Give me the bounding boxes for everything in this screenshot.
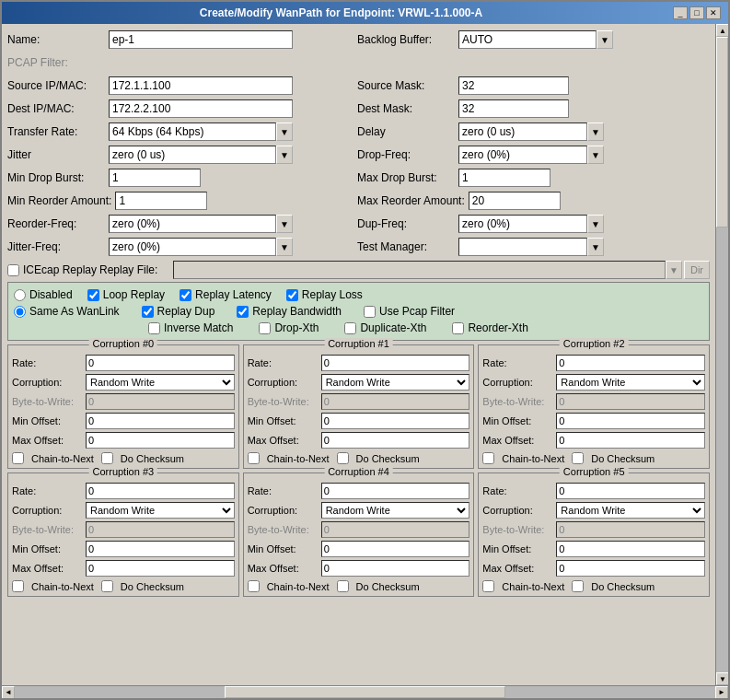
corr1-maxoffset-input[interactable] <box>321 432 470 449</box>
corr3-chain-checkbox[interactable] <box>12 580 24 592</box>
corr0-chain-checkbox[interactable] <box>12 452 24 464</box>
drop-freq-dropdown-btn[interactable]: ▼ <box>587 146 604 164</box>
min-drop-input[interactable] <box>109 169 201 187</box>
corr1-rate-input[interactable] <box>321 355 470 371</box>
corr5-chain-checkbox[interactable] <box>482 580 494 592</box>
jitter-freq-dropdown-btn[interactable]: ▼ <box>276 238 293 256</box>
source-ip-input[interactable] <box>109 76 293 95</box>
scroll-track[interactable] <box>716 37 728 672</box>
test-manager-input[interactable] <box>458 238 587 256</box>
corr3-minoffset-input[interactable] <box>86 541 235 557</box>
corr3-rate-input[interactable] <box>86 483 235 499</box>
jitter-dropdown-btn[interactable]: ▼ <box>276 146 293 164</box>
corr0-corruption-select[interactable]: Random Write <box>86 374 235 391</box>
corr5-rate-input[interactable] <box>556 483 705 499</box>
reorder-freq-input[interactable] <box>109 215 276 233</box>
corr4-chain-label: Chain-to-Next <box>267 581 330 592</box>
replay-file-dropdown-btn[interactable]: ▼ <box>666 261 682 279</box>
replay-latency-checkbox[interactable] <box>180 289 191 301</box>
scroll-left-btn[interactable]: ◄ <box>2 686 15 699</box>
corr4-checksum-checkbox[interactable] <box>337 580 349 592</box>
max-reorder-input[interactable] <box>469 192 561 210</box>
corr3-maxoffset-input[interactable] <box>86 560 235 577</box>
loop-replay-checkbox[interactable] <box>87 289 99 301</box>
corr2-minoffset-input[interactable] <box>556 413 705 429</box>
corr1-minoffset-input[interactable] <box>321 413 470 429</box>
disabled-radio[interactable] <box>14 289 26 301</box>
backlog-dropdown-btn[interactable]: ▼ <box>597 30 613 49</box>
reorder-freq-dropdown-btn[interactable]: ▼ <box>276 215 293 233</box>
dest-ip-input[interactable] <box>109 99 293 118</box>
delay-dropdown-btn[interactable]: ▼ <box>587 122 604 141</box>
jitter-freq-input[interactable] <box>109 238 276 256</box>
test-manager-dropdown-btn[interactable]: ▼ <box>587 238 604 256</box>
replay-bandwidth-checkbox[interactable] <box>237 306 249 318</box>
corr1-checksum-checkbox[interactable] <box>337 452 349 464</box>
corr5-checksum-checkbox[interactable] <box>572 580 584 592</box>
replay-dup-checkbox[interactable] <box>142 306 154 318</box>
corr3-corruption-select[interactable]: Random Write <box>86 502 235 519</box>
transfer-rate-dropdown-btn[interactable]: ▼ <box>276 122 293 141</box>
corr2-checksum-checkbox[interactable] <box>572 452 584 464</box>
corr0-maxoffset-input[interactable] <box>86 432 235 449</box>
vertical-scrollbar[interactable]: ▲ ▼ <box>715 24 728 685</box>
corr4-maxoffset-input[interactable] <box>321 560 470 577</box>
corr2-chain-checkbox[interactable] <box>482 452 494 464</box>
horizontal-scrollbar[interactable]: ◄ ► <box>2 685 728 698</box>
dup-freq-input[interactable] <box>458 215 587 233</box>
scroll-right-btn[interactable]: ► <box>715 686 728 699</box>
corr0-checksum-checkbox[interactable] <box>101 452 113 464</box>
min-reorder-input[interactable] <box>115 192 207 210</box>
corr2-rate-input[interactable] <box>556 355 705 371</box>
corr5-maxoffset-input[interactable] <box>556 560 705 577</box>
replay-file-input[interactable] <box>173 261 666 279</box>
corr4-minoffset-input[interactable] <box>321 541 470 557</box>
close-button[interactable]: ✕ <box>706 6 721 19</box>
window-title: Create/Modify WanPath for Endpoint: VRWL… <box>9 6 673 19</box>
same-as-wanlink-radio[interactable] <box>14 306 26 318</box>
corr0-corruption-label: Corruption: <box>12 377 86 388</box>
delay-input[interactable] <box>458 122 587 141</box>
scroll-down-btn[interactable]: ▼ <box>716 672 728 685</box>
corr0-minoffset-label: Min Offset: <box>12 415 86 426</box>
dup-freq-dropdown-btn[interactable]: ▼ <box>587 215 604 233</box>
corr3-checksum-checkbox[interactable] <box>101 580 113 592</box>
scroll-thumb[interactable] <box>716 37 728 228</box>
corr0-rate-input[interactable] <box>86 355 235 371</box>
source-mask-input[interactable] <box>458 76 569 95</box>
corr4-corruption-select[interactable]: Random Write <box>321 502 470 519</box>
minimize-button[interactable]: _ <box>673 6 688 19</box>
reorder-xth-checkbox[interactable] <box>452 322 464 334</box>
inverse-match-checkbox[interactable] <box>148 322 160 334</box>
drop-freq-input[interactable] <box>458 146 587 164</box>
icecap-checkbox[interactable] <box>7 264 19 276</box>
corr4-rate-input[interactable] <box>321 483 470 499</box>
replay-dup-label: Replay Dup <box>157 305 215 318</box>
corruption-1-title: Corruption #1 <box>324 338 393 349</box>
scroll-h-thumb[interactable] <box>225 686 504 698</box>
dest-mask-input[interactable] <box>458 99 569 118</box>
corr1-chain-checkbox[interactable] <box>248 452 260 464</box>
corr2-corruption-select[interactable]: Random Write <box>556 374 705 391</box>
corr5-minoffset-input[interactable] <box>556 541 705 557</box>
corr1-corruption-select[interactable]: Random Write <box>321 374 470 391</box>
max-drop-input[interactable] <box>458 169 550 187</box>
jitter-input[interactable] <box>109 146 276 164</box>
corruption-row-1: Corruption #0 Rate: Corruption: Random W… <box>7 344 710 469</box>
scroll-up-btn[interactable]: ▲ <box>716 24 728 37</box>
drop-xth-checkbox[interactable] <box>259 322 271 334</box>
transfer-rate-input[interactable] <box>109 122 276 141</box>
corr5-corruption-select[interactable]: Random Write <box>556 502 705 519</box>
duplicate-xth-checkbox[interactable] <box>344 322 356 334</box>
corr2-maxoffset-input[interactable] <box>556 432 705 449</box>
backlog-input[interactable] <box>458 30 597 49</box>
use-pcap-checkbox[interactable] <box>364 306 376 318</box>
corr4-chain-checkbox[interactable] <box>248 580 260 592</box>
replay-loss-checkbox[interactable] <box>286 289 298 301</box>
corr0-minoffset-input[interactable] <box>86 413 235 429</box>
name-input[interactable] <box>109 30 293 49</box>
dir-button[interactable]: Dir <box>684 261 710 279</box>
scroll-h-track[interactable] <box>15 686 715 698</box>
corruption-0-box: Corruption #0 Rate: Corruption: Random W… <box>7 344 239 469</box>
maximize-button[interactable]: □ <box>689 6 704 19</box>
